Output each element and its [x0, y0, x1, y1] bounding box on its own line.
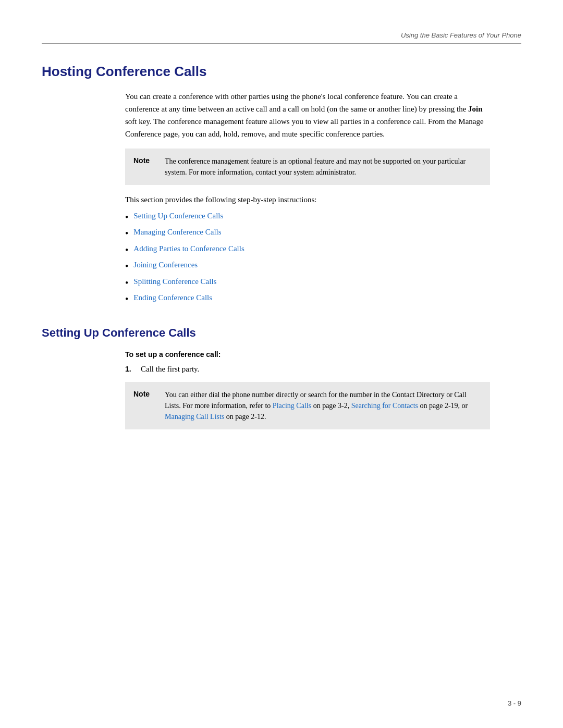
note-text-2: You can either dial the phone number dir… [165, 389, 482, 422]
link-joining[interactable]: Joining Conferences [133, 261, 198, 269]
sub-section-content: To set up a conference call: 1. Call the… [125, 350, 490, 429]
subsection-heading: To set up a conference call: [125, 350, 490, 359]
page-header: Using the Basic Features of Your Phone [42, 31, 521, 44]
note-text-1: The conference management feature is an … [165, 156, 482, 178]
note-box-1: Note The conference management feature i… [125, 149, 490, 185]
list-item: • Adding Parties to Conference Calls [125, 244, 490, 256]
list-item: • Ending Conference Calls [125, 293, 490, 305]
note-label-2: Note [133, 389, 154, 398]
intro-paragraph: You can create a conference with other p… [125, 90, 490, 140]
link-ending[interactable]: Ending Conference Calls [133, 293, 212, 302]
page-container: Using the Basic Features of Your Phone H… [0, 0, 563, 728]
list-item: • Managing Conference Calls [125, 228, 490, 240]
managing-call-lists-link[interactable]: Managing Call Lists [165, 413, 224, 421]
intro-section: You can create a conference with other p… [125, 90, 490, 305]
bullet-dot: • [125, 212, 128, 224]
link-managing[interactable]: Managing Conference Calls [133, 228, 221, 237]
link-adding-parties[interactable]: Adding Parties to Conference Calls [133, 244, 244, 253]
step-1-text: Call the first party. [141, 365, 199, 374]
bullet-dot: • [125, 228, 128, 240]
placing-calls-link[interactable]: Placing Calls [273, 402, 311, 410]
note-box-2: Note You can either dial the phone numbe… [125, 382, 490, 429]
list-item: • Splitting Conference Calls [125, 277, 490, 289]
main-section-title: Hosting Conference Calls [42, 64, 521, 80]
page-footer: 3 - 9 [508, 699, 521, 707]
bullet-dot: • [125, 293, 128, 305]
bullet-list: • Setting Up Conference Calls • Managing… [125, 212, 490, 305]
list-item: • Joining Conferences [125, 261, 490, 273]
page-number: 3 - 9 [508, 699, 521, 707]
content-area: Hosting Conference Calls You can create … [42, 48, 521, 429]
link-setting-up[interactable]: Setting Up Conference Calls [133, 212, 223, 220]
searching-contacts-link[interactable]: Searching for Contacts [351, 402, 418, 410]
sub-section-title: Setting Up Conference Calls [42, 326, 521, 340]
header-text: Using the Basic Features of Your Phone [401, 31, 521, 39]
step-1: 1. Call the first party. [125, 365, 490, 374]
step-1-number: 1. [125, 365, 141, 373]
list-item: • Setting Up Conference Calls [125, 212, 490, 224]
link-splitting[interactable]: Splitting Conference Calls [133, 277, 216, 286]
step-intro-text: This section provides the following step… [125, 195, 490, 204]
note-label-1: Note [133, 156, 154, 165]
bullet-dot: • [125, 261, 128, 273]
bullet-dot: • [125, 244, 128, 256]
bullet-dot: • [125, 277, 128, 289]
